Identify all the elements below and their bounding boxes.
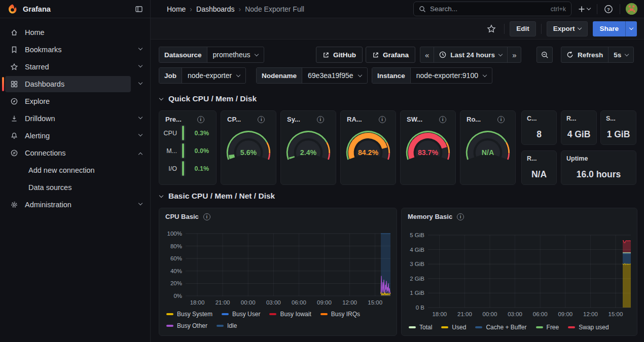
time-shift-forward-button[interactable]: » (508, 47, 521, 62)
info-icon[interactable]: i (379, 116, 386, 123)
stat-title[interactable]: S... (601, 111, 636, 122)
info-icon[interactable]: i (439, 116, 446, 123)
info-icon[interactable]: i (457, 213, 464, 220)
panel-title-text: CP... (227, 116, 241, 123)
user-avatar[interactable] (625, 3, 638, 15)
section-basic-cpu[interactable]: Basic CPU / Mem / Net / Disk (160, 192, 275, 201)
chevron-down-icon[interactable] (138, 81, 142, 85)
legend-item-busy-irqs[interactable]: Busy IRQs (320, 311, 360, 318)
breadcrumb-home[interactable]: Home (167, 5, 186, 13)
stat-value: 1 GiB (601, 129, 636, 140)
stat-title[interactable]: C... (522, 111, 556, 122)
help-icon[interactable]: ? (602, 3, 615, 15)
legend-swatch (441, 326, 448, 328)
chevron-down-icon[interactable] (138, 201, 142, 205)
grafana-logo-icon[interactable] (7, 4, 18, 14)
legend-item-swap-used[interactable]: Swap used (568, 324, 609, 331)
section-quick-cpu[interactable]: Quick CPU / Mem / Disk (160, 94, 257, 103)
sidebar-item-administration[interactable]: Administration (0, 197, 150, 213)
add-new-button[interactable] (577, 4, 592, 14)
sidebar-item-alerting[interactable]: Alerting (0, 128, 150, 144)
memory-basic-chart[interactable]: 0 B1 GiB2 GiB3 GiB4 GiB5 GiB18:0021:0000… (406, 227, 636, 321)
panel-memory-basic: Memory Basic i 0 B1 GiB2 GiB3 GiB4 GiB5 … (401, 208, 637, 336)
variable-value-dropdown[interactable]: node-exporter:9100 (411, 68, 492, 83)
home-icon (10, 28, 18, 36)
variable-value-dropdown[interactable]: 69e3ea19f95e (302, 68, 367, 83)
legend-swatch (222, 313, 229, 315)
legend-item-busy-system[interactable]: Busy System (166, 311, 212, 318)
panel-title-memory-basic[interactable]: Memory Basic i (402, 208, 637, 220)
stat-title[interactable]: Uptime (561, 151, 636, 162)
panel-title-gauge-0[interactable]: CP...i (221, 111, 276, 123)
sidebar-subitem-data-sources[interactable]: Data sources (0, 179, 150, 196)
panel-pressure: Pre...iCPU0.3%M...0.0%I/O0.1% (159, 110, 217, 185)
info-icon[interactable]: i (197, 116, 204, 123)
legend-item-used[interactable]: Used (441, 324, 466, 331)
sidebar-item-explore[interactable]: Explore (0, 93, 150, 109)
info-icon[interactable]: i (497, 116, 505, 123)
panel-title-gauge-4[interactable]: Ro...i (460, 111, 515, 123)
breadcrumb-separator: › (239, 5, 241, 13)
edit-button[interactable]: Edit (510, 21, 536, 36)
section-collapse-icon (159, 96, 163, 100)
refresh-button[interactable]: Refresh (561, 47, 609, 62)
sidebar-item-home[interactable]: Home (0, 24, 150, 41)
legend-item-total[interactable]: Total (409, 324, 432, 331)
legend-item-busy-user[interactable]: Busy User (222, 311, 260, 318)
time-range-picker[interactable]: Last 24 hours (434, 47, 508, 62)
legend-label: Busy IRQs (331, 311, 360, 318)
sidebar-subitem-add-new-connection[interactable]: Add new connection (0, 162, 150, 178)
variable-current-value: node-exporter (188, 71, 232, 80)
time-range-label: Last 24 hours (450, 51, 495, 59)
search-input[interactable]: Search... ctrl+k (413, 2, 571, 16)
datasource-current: prometheus (213, 51, 251, 59)
sidebar-item-bookmarks[interactable]: Bookmarks (0, 42, 150, 58)
star-icon (10, 63, 18, 71)
variable-value-dropdown[interactable]: node-exporter (182, 68, 245, 83)
chevron-down-icon[interactable] (138, 46, 142, 50)
section-collapse-icon (159, 193, 163, 197)
legend-item-idle[interactable]: Idle (217, 322, 237, 329)
sidebar-item-dashboards[interactable]: Dashboards (0, 76, 150, 92)
chevron-down-icon[interactable] (138, 63, 142, 67)
panel-gauge-4: Ro...iN/A (460, 110, 516, 185)
github-link-button[interactable]: GitHub (316, 47, 363, 63)
svg-text:2 GiB: 2 GiB (410, 276, 424, 282)
legend-item-busy-other[interactable]: Busy Other (166, 322, 207, 329)
panel-title-pressure[interactable]: Pre...i (159, 111, 216, 123)
sidebar-toggle-icon[interactable] (133, 3, 145, 15)
svg-text:0%: 0% (173, 293, 182, 299)
zoom-out-time-button[interactable] (536, 47, 553, 63)
breadcrumb-dashboards[interactable]: Dashboards (196, 5, 235, 13)
cpu-basic-chart[interactable]: 0%20%40%60%80%100%18:0021:0000:0003:0006… (163, 227, 396, 310)
chevron-down-icon[interactable] (138, 115, 142, 119)
chevron-down-icon[interactable] (138, 132, 142, 136)
sidebar-item-drilldown[interactable]: Drilldown (0, 110, 150, 127)
export-button[interactable]: Export (547, 21, 588, 36)
panel-title-cpu-basic[interactable]: CPU Basic i (159, 208, 397, 220)
refresh-interval-picker[interactable]: 5s (609, 47, 633, 62)
info-icon[interactable]: i (317, 116, 324, 123)
sidebar-item-starred[interactable]: Starred (0, 59, 150, 75)
share-menu-caret[interactable] (625, 21, 637, 36)
legend-item-cache-buffer[interactable]: Cache + Buffer (475, 324, 526, 331)
legend-swatch (269, 313, 276, 315)
chevron-up-icon[interactable] (138, 153, 142, 157)
panel-title-gauge-2[interactable]: RA...i (341, 111, 396, 123)
star-dashboard-button[interactable] (484, 21, 499, 36)
legend-item-free[interactable]: Free (536, 324, 559, 331)
panel-title-gauge-3[interactable]: SW...i (401, 111, 455, 123)
sidebar-item-connections[interactable]: Connections (0, 145, 150, 161)
stat-title[interactable]: R... (522, 151, 556, 162)
grafana-link-button[interactable]: Grafana (366, 47, 415, 63)
info-icon[interactable]: i (258, 116, 265, 123)
stat-title[interactable]: R... (561, 111, 596, 122)
legend-item-busy-iowait[interactable]: Busy Iowait (269, 311, 311, 318)
pressure-value: 0.0% (187, 147, 212, 155)
svg-text:18:00: 18:00 (432, 311, 447, 317)
info-icon[interactable]: i (203, 213, 210, 220)
datasource-value[interactable]: prometheus (207, 47, 264, 62)
panel-title-gauge-1[interactable]: Sy...i (281, 111, 336, 123)
time-shift-back-button[interactable]: « (420, 47, 434, 62)
share-button[interactable]: Share (593, 21, 637, 36)
